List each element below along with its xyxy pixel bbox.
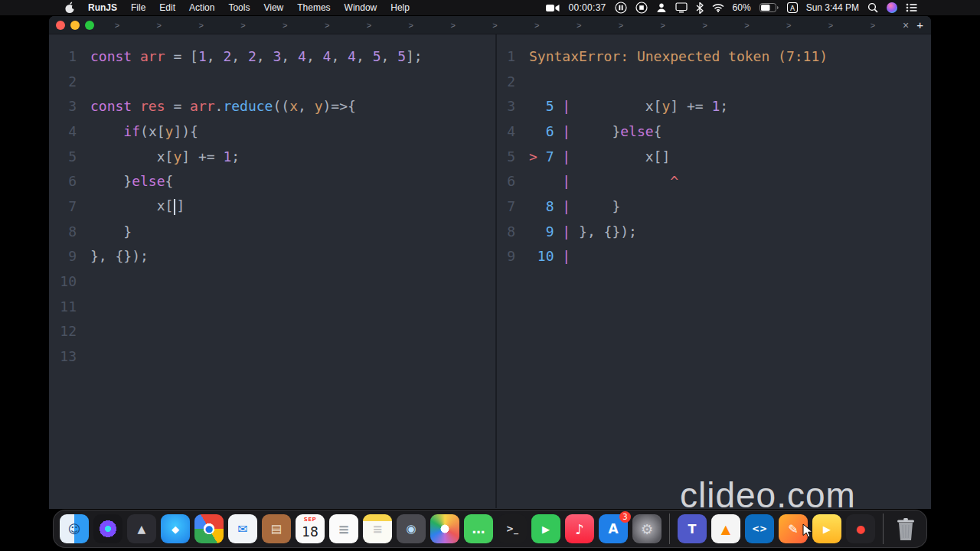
code-line[interactable]: 8 } — [49, 219, 495, 244]
code-line[interactable]: 3const res = arr.reduce((x, y)=>{ — [49, 93, 495, 119]
stop-recording-button[interactable] — [635, 2, 648, 14]
dock-icon-photos[interactable] — [430, 514, 459, 543]
code-line[interactable]: 3 5 | x[y] += 1; — [497, 93, 931, 119]
menu-item-tools[interactable]: Tools — [221, 2, 256, 13]
menu-item-view[interactable]: View — [256, 2, 290, 13]
dock-icon-launchpad[interactable]: ▲ — [127, 514, 156, 543]
tab-chevron[interactable]: > — [785, 21, 792, 30]
traffic-light-minimize[interactable] — [70, 21, 80, 30]
calendar-day: 18 — [302, 524, 318, 540]
dock-icon-app-store[interactable]: A3 — [599, 514, 628, 543]
dock-icon-safari[interactable]: ◆ — [161, 514, 190, 543]
dock-icon-photo-booth[interactable]: ◉ — [397, 514, 426, 543]
code-line[interactable]: 8 9 | }, {}); — [497, 219, 931, 244]
editor-pane[interactable]: 1const arr = [1, 2, 2, 3, 4, 4, 4, 5, 5]… — [49, 34, 497, 508]
input-source-icon[interactable]: A — [787, 2, 798, 13]
code-line[interactable]: 1SyntaxError: Unexpected token (7:11) — [497, 44, 931, 69]
tab-chevron[interactable]: > — [491, 21, 498, 30]
code-line[interactable]: 5 x[y] += 1; — [49, 144, 495, 169]
traffic-light-zoom[interactable] — [85, 21, 94, 30]
pause-recording-button[interactable] — [615, 2, 627, 14]
screen-recording-camera-icon — [546, 4, 560, 12]
dock-icon-textedit[interactable]: ≡ — [329, 514, 358, 543]
code-line[interactable]: 4 if(x[y]){ — [49, 119, 495, 144]
dock-icon-vscode[interactable]: <> — [745, 514, 774, 543]
code-line[interactable]: 11 — [49, 294, 495, 319]
menu-bar-clock[interactable]: Sun 3:44 PM — [806, 2, 859, 13]
bluetooth-icon[interactable] — [696, 2, 704, 14]
tab-chevron[interactable]: > — [617, 21, 625, 30]
menu-item-themes[interactable]: Themes — [290, 2, 337, 13]
dock-icon-terminal[interactable]: >_ — [498, 514, 527, 543]
code-line[interactable]: 10 — [49, 269, 495, 294]
dock-icon-screen-recorder[interactable]: ● — [846, 514, 875, 543]
tab-close-button[interactable]: × — [897, 19, 915, 31]
tab-chevron[interactable]: > — [239, 21, 247, 30]
tab-chevron[interactable]: > — [155, 21, 163, 30]
menu-item-runjs[interactable]: RunJS — [81, 2, 124, 13]
control-center-icon[interactable] — [906, 3, 917, 12]
battery-icon[interactable] — [760, 3, 779, 12]
tab-chevron[interactable]: > — [323, 21, 331, 30]
tab-chevron[interactable]: > — [198, 21, 205, 30]
dock-icon-books[interactable]: ▤ — [262, 514, 291, 543]
tab-chevron[interactable]: > — [869, 21, 877, 30]
tab-chevron[interactable]: > — [449, 21, 457, 30]
dock-icon-vlc[interactable]: ▲ — [711, 514, 740, 543]
menu-item-action[interactable]: Action — [182, 2, 221, 13]
code-line[interactable]: 9}, {}); — [49, 244, 495, 269]
dock-icon-finder[interactable]: ☺ — [60, 514, 89, 543]
dock-icon-notes[interactable]: ≡ — [363, 514, 392, 543]
line-number: 12 — [49, 323, 77, 339]
dock-icon-facetime[interactable]: ▶ — [531, 514, 560, 543]
dock-icon-music[interactable]: ♪ — [565, 514, 594, 543]
tab-chevron[interactable]: > — [743, 21, 750, 30]
tab-chevron[interactable]: > — [365, 21, 373, 30]
menu-item-window[interactable]: Window — [338, 2, 384, 13]
siri-icon[interactable] — [887, 2, 897, 13]
menu-item-edit[interactable]: Edit — [152, 2, 182, 13]
tab-chevron[interactable]: > — [113, 21, 121, 30]
code-line[interactable]: 6 | ^ — [497, 168, 931, 194]
dock-icon-chrome[interactable]: ● — [194, 514, 224, 543]
output-pane[interactable]: 1SyntaxError: Unexpected token (7:11)23 … — [497, 34, 931, 508]
dock-icon-mail[interactable]: ✉ — [228, 514, 257, 543]
tab-chevron[interactable]: > — [575, 21, 583, 30]
apple-menu[interactable] — [64, 2, 81, 14]
display-icon[interactable] — [675, 2, 688, 13]
line-number: 3 — [49, 98, 77, 114]
code-line[interactable]: 5> 7 | x[] — [497, 144, 931, 169]
code-line[interactable]: 6 }else{ — [49, 168, 495, 194]
user-icon[interactable] — [656, 2, 667, 13]
tab-strip-chevrons: >>>>>>>>>>>>>>>>>>> — [94, 21, 897, 30]
dock-icon-runjs[interactable]: ▶ — [812, 514, 841, 543]
code-line[interactable]: 4 6 | }else{ — [497, 119, 931, 144]
new-tab-button[interactable]: + — [915, 18, 931, 31]
code-line[interactable]: 12 — [49, 319, 495, 344]
code-line[interactable]: 2 — [497, 69, 931, 94]
dock-icon-system-preferences[interactable]: ⚙ — [632, 514, 662, 543]
code-line[interactable]: 7 x[] — [49, 194, 495, 219]
code-line[interactable]: 13 — [49, 344, 495, 369]
tab-chevron[interactable]: > — [533, 21, 541, 30]
tab-chevron[interactable]: > — [281, 21, 289, 30]
tab-chevron[interactable]: > — [827, 21, 835, 30]
dock-icon-calendar[interactable]: SEP18 — [296, 514, 325, 543]
dock-icon-messages[interactable]: … — [464, 514, 493, 543]
menu-item-file[interactable]: File — [124, 2, 152, 13]
tab-chevron[interactable]: > — [701, 21, 709, 30]
menu-item-help[interactable]: Help — [384, 2, 416, 13]
line-number: 5 — [49, 148, 77, 165]
wifi-icon[interactable] — [712, 3, 724, 12]
spotlight-icon[interactable] — [867, 2, 878, 13]
code-line[interactable]: 9 10 | — [497, 244, 931, 269]
dock-icon-siri[interactable] — [93, 514, 122, 543]
traffic-light-close[interactable] — [56, 21, 65, 30]
code-line[interactable]: 2 — [49, 69, 495, 94]
dock-icon-teams[interactable]: T — [678, 514, 707, 543]
dock-icon-trash[interactable] — [891, 514, 920, 543]
tab-chevron[interactable]: > — [407, 21, 415, 30]
tab-chevron[interactable]: > — [659, 21, 667, 30]
code-line[interactable]: 1const arr = [1, 2, 2, 3, 4, 4, 4, 5, 5]… — [49, 44, 495, 69]
code-line[interactable]: 7 8 | } — [497, 194, 931, 219]
